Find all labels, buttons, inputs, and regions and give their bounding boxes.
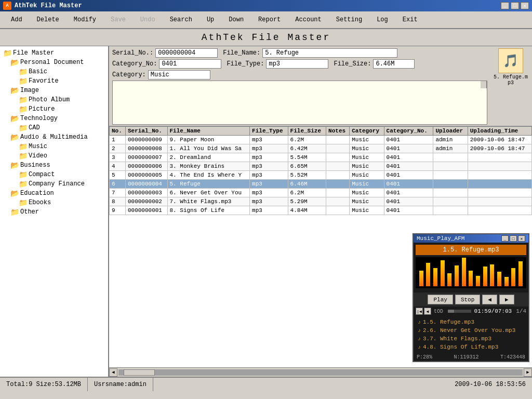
player-maximize-btn[interactable]: □ xyxy=(510,235,517,242)
notes-textarea[interactable] xyxy=(112,81,487,125)
sidebar-item-personal[interactable]: 📂 Personal Document xyxy=(2,58,106,67)
transport-rewind-btn[interactable]: ◀ xyxy=(424,308,431,315)
playlist-label-4: 4.8. Signs Of Life.mp3 xyxy=(423,344,498,350)
progress-bar[interactable] xyxy=(448,310,471,313)
player-close-btn[interactable]: ✕ xyxy=(518,235,525,242)
table-cell: 0000000002 xyxy=(125,197,167,206)
viz-bar-6 xyxy=(455,265,459,286)
title-bar: A AthTek File Master _ □ ✕ xyxy=(0,0,532,11)
exit-button[interactable]: Exit xyxy=(396,14,424,26)
sidebar-label-video: Video xyxy=(29,152,47,159)
sidebar-item-education[interactable]: 📂 Education xyxy=(2,189,106,198)
file-name-input[interactable] xyxy=(262,48,397,58)
player-footer-p: P:28% xyxy=(417,354,432,360)
viz-bar-10 xyxy=(483,267,487,286)
category-no-input[interactable] xyxy=(159,59,221,69)
table-cell: 2009-10-06 18:47 xyxy=(468,144,531,153)
table-row[interactable]: 200000000081. All You Did Was Samp36.42M… xyxy=(110,144,532,153)
table-row[interactable]: 800000000027. White Flags.mp3mp35.29MMus… xyxy=(110,197,532,206)
sidebar-label-music: Music xyxy=(29,143,47,150)
file-size-input[interactable] xyxy=(373,59,415,69)
sidebar-item-business[interactable]: 📂 Business xyxy=(2,161,106,170)
stop-button[interactable]: Stop xyxy=(455,295,480,304)
table-cell: 5. Refuge xyxy=(167,180,250,189)
report-button[interactable]: Report xyxy=(251,14,287,26)
up-button[interactable]: Up xyxy=(200,14,221,26)
undo-button[interactable]: Undo xyxy=(134,14,162,26)
play-button[interactable]: Play xyxy=(428,295,453,304)
player-transport: |◀ ◀ tOD 01:59/07:03 1/4 xyxy=(414,307,528,316)
scroll-left-arrow[interactable]: ◀ xyxy=(109,368,117,377)
serial-no-input[interactable] xyxy=(155,48,218,58)
table-row[interactable]: 700000000036. Never Get Over Yoump36.2MM… xyxy=(110,189,532,197)
account-button[interactable]: Account xyxy=(288,14,328,26)
sidebar-item-cad[interactable]: 📁 CAD xyxy=(2,123,106,132)
save-button[interactable]: Save xyxy=(104,14,132,26)
sidebar-item-audio[interactable]: 📂 Audio & Multimedia xyxy=(2,132,106,142)
sidebar-item-other[interactable]: 📁 Other xyxy=(2,207,106,217)
delete-button[interactable]: Delete xyxy=(30,14,66,26)
table-row[interactable]: 900000000018. Signs Of Lifemp34.84MMusic… xyxy=(110,206,532,215)
sidebar-label-favorite: Favorite xyxy=(29,77,59,85)
log-button[interactable]: Log xyxy=(370,14,395,26)
next-button[interactable]: ▶ xyxy=(499,295,514,304)
prev-button[interactable]: ◀ xyxy=(482,295,497,304)
table-cell xyxy=(326,206,350,215)
playlist-item-3[interactable]: ♪ 3.7. White Flags.mp3 xyxy=(416,335,526,343)
playlist-icon-1: ♪ xyxy=(418,320,421,325)
notes-scrollbar[interactable] xyxy=(481,81,487,88)
table-cell: 0401 xyxy=(384,180,433,189)
add-button[interactable]: Add xyxy=(4,14,29,26)
player-titlebar[interactable]: Music_Play_AFM _ □ ✕ xyxy=(414,234,528,243)
category-input[interactable] xyxy=(148,70,210,79)
modify-button[interactable]: Modify xyxy=(67,14,103,26)
toolbar: Add Delete Modify Save Undo Search Up Do… xyxy=(0,11,532,29)
table-row[interactable]: 300000000072. Dreamlandmp35.54MMusic0401 xyxy=(110,153,532,162)
table-row[interactable]: 500000000054. The End Is Where Ymp35.52M… xyxy=(110,171,532,180)
setting-button[interactable]: Setting xyxy=(329,14,369,26)
maximize-button[interactable]: □ xyxy=(511,2,519,9)
table-row[interactable]: 600000000045. Refugemp36.46MMusic0401 xyxy=(110,180,532,189)
search-button[interactable]: Search xyxy=(163,14,199,26)
minimize-button[interactable]: _ xyxy=(501,2,509,9)
sidebar-item-picture[interactable]: 📁 Picture xyxy=(2,104,106,114)
sidebar-label-personal: Personal Document xyxy=(20,59,84,66)
sidebar-item-image[interactable]: 📂 Image xyxy=(2,86,106,95)
player-minimize-btn[interactable]: _ xyxy=(501,235,509,242)
sidebar-item-ebooks[interactable]: 📁 Ebooks xyxy=(2,198,106,207)
sidebar-item-basic[interactable]: 📁 Basic xyxy=(2,67,106,76)
player-controls: Play Stop ◀ ▶ xyxy=(414,292,528,307)
playlist-item-2[interactable]: ♪ 2.6. Never Get Over You.mp3 xyxy=(416,326,526,335)
sidebar-item-music[interactable]: 📁 Music xyxy=(2,142,106,151)
playlist-item-1[interactable]: ♪ 1.5. Refuge.mp3 xyxy=(416,318,526,326)
table-cell: 8 xyxy=(110,197,126,206)
sidebar-item-photoalbum[interactable]: 📁 Photo Album xyxy=(2,95,106,104)
table-row[interactable]: 100000000099. Paper Moonmp36.2MMusic0401… xyxy=(110,136,532,144)
table-row[interactable]: 400000000063. Monkey Brainsmp36.65MMusic… xyxy=(110,162,532,171)
table-cell xyxy=(468,197,531,206)
table-cell: mp3 xyxy=(250,171,288,180)
table-cell xyxy=(433,197,468,206)
transport-prev-btn[interactable]: |◀ xyxy=(416,308,423,315)
file-type-input[interactable] xyxy=(266,59,328,69)
table-cell xyxy=(326,197,350,206)
close-button[interactable]: ✕ xyxy=(521,2,529,9)
sidebar-item-video[interactable]: 📁 Video xyxy=(2,151,106,161)
file-preview-label: 5. Refuge.mp3 xyxy=(493,74,529,86)
sidebar-item-compact[interactable]: 📁 Compact xyxy=(2,170,106,179)
scroll-thumb[interactable] xyxy=(124,369,155,376)
table-cell: 8. Signs Of Life xyxy=(167,206,250,215)
sidebar-item-technology[interactable]: 📂 Technology xyxy=(2,114,106,123)
playlist-item-4[interactable]: ♪ 4.8. Signs Of Life.mp3 xyxy=(416,343,526,351)
sidebar-item-favorite[interactable]: 📁 Favorite xyxy=(2,76,106,86)
table-cell: 0000000005 xyxy=(125,171,167,180)
scroll-right-arrow[interactable]: ▶ xyxy=(524,368,532,377)
scroll-track[interactable] xyxy=(118,369,523,376)
table-cell: Music xyxy=(350,162,384,171)
sidebar-item-companyfinance[interactable]: 📁 Company Finance xyxy=(2,179,106,189)
player-title: Music_Play_AFM xyxy=(417,235,464,242)
down-button[interactable]: Down xyxy=(222,14,250,26)
table-cell: 0000000003 xyxy=(125,189,167,197)
sidebar-item-filemaster[interactable]: 📁 File Master xyxy=(2,48,106,58)
sidebar: 📁 File Master 📂 Personal Document 📁 Basi… xyxy=(0,46,109,377)
